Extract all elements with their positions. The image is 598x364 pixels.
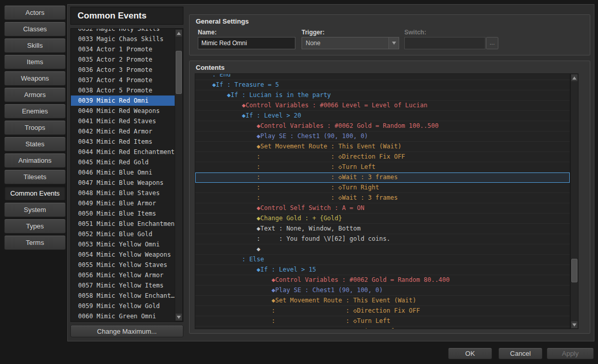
sidebar-tab-animations[interactable]: Animations xyxy=(4,153,66,168)
scroll-up-button[interactable] xyxy=(571,74,578,82)
main-panel: Common Events 0032 Magic Holy Skills0033… xyxy=(67,4,594,341)
event-list-item[interactable]: 0047 Mimic Blue Weapons xyxy=(71,178,175,188)
event-list-item[interactable]: 0036 Actor 3 Promote xyxy=(71,65,175,75)
cancel-button[interactable]: Cancel xyxy=(498,348,543,359)
event-list-item[interactable]: 0060 Mimic Green Omni xyxy=(71,311,175,321)
event-list-item[interactable]: 0058 Mimic Yellow Enchant… xyxy=(71,291,175,301)
event-command-line[interactable]: ◆Play SE : Chest1 (90, 100, 0) xyxy=(195,285,570,296)
contents-title: Contents xyxy=(196,64,225,71)
event-command-line[interactable]: : : ◇Wait : 3 frames xyxy=(195,173,570,183)
event-list-item[interactable]: 0051 Mimic Blue Enchantment xyxy=(71,219,175,229)
name-input[interactable] xyxy=(198,37,295,49)
sidebar-tab-skills[interactable]: Skills xyxy=(4,38,66,53)
event-command-line[interactable]: ◆Set Movement Route : This Event (Wait) xyxy=(195,296,570,306)
ok-button[interactable]: OK xyxy=(448,348,492,359)
event-command-line[interactable]: : : ◇Direction Fix OFF xyxy=(195,306,570,316)
event-command-line[interactable]: : : ◇Wait : 3 frames xyxy=(195,327,570,329)
general-settings-title: General Settings xyxy=(196,17,249,25)
event-command-line[interactable]: ◆ xyxy=(195,244,570,255)
database-dialog: ActorsClassesSkillsItemsWeaponsArmorsEne… xyxy=(0,0,598,364)
event-list-item[interactable]: 0048 Mimic Blue Staves xyxy=(71,188,175,198)
event-list-item[interactable]: 0057 Mimic Yellow Items xyxy=(71,280,175,291)
sidebar-tab-classes[interactable]: Classes xyxy=(4,22,66,36)
event-command-line[interactable]: ◆If : Treasure = 5 xyxy=(195,80,570,90)
event-command-line[interactable]: : : ◇Turn Left xyxy=(195,162,570,173)
sidebar-tab-items[interactable]: Items xyxy=(4,54,66,69)
scroll-up-button[interactable] xyxy=(175,29,182,37)
event-list-item[interactable]: 0050 Mimic Blue Items xyxy=(71,208,175,219)
event-list-item[interactable]: 0055 Mimic Yellow Staves xyxy=(71,260,175,270)
event-list-item[interactable]: 0052 Mimic Blue Gold xyxy=(71,229,175,239)
scrollbar-thumb[interactable] xyxy=(571,259,577,282)
event-command-line[interactable]: ◆Text : None, Window, Bottom xyxy=(195,224,570,234)
event-command-line[interactable]: : : ◇Turn Left xyxy=(195,316,570,327)
event-list-item[interactable]: 0046 Mimic Blue Omni xyxy=(71,167,175,178)
switch-input xyxy=(404,37,485,49)
event-list-item[interactable]: 0059 Mimic Yellow Gold xyxy=(71,301,175,311)
event-list-item[interactable]: 0043 Mimic Red Items xyxy=(71,137,175,147)
sidebar-tab-terms[interactable]: Terms xyxy=(4,235,66,250)
sidebar-tab-common-events[interactable]: Common Events xyxy=(4,186,66,201)
event-list-item[interactable]: 0033 Magic Chaos Skills xyxy=(71,34,175,44)
scrollbar-thumb[interactable] xyxy=(176,51,182,94)
trigger-dropdown[interactable]: None xyxy=(302,37,399,49)
event-list-item[interactable]: 0041 Mimic Red Staves xyxy=(71,116,175,126)
sidebar-tab-enemies[interactable]: Enemies xyxy=(4,104,66,119)
event-command-line[interactable]: ◆Set Movement Route : This Event (Wait) xyxy=(195,142,570,152)
sidebar-tab-actors[interactable]: Actors xyxy=(4,5,66,20)
event-command-line[interactable]: : Else xyxy=(195,255,570,265)
event-list-item[interactable]: 0049 Mimic Blue Armor xyxy=(71,198,175,208)
sidebar-tab-states[interactable]: States xyxy=(4,137,66,151)
contents-group: Contents : End ◆If : Treasure = 5 ◆If : … xyxy=(189,61,590,334)
dialog-footer: OK Cancel Apply xyxy=(0,341,598,364)
trigger-value: None xyxy=(306,40,321,47)
event-list-item[interactable]: 0039 Mimic Red Omni xyxy=(71,95,175,106)
sidebar-tab-types[interactable]: Types xyxy=(4,219,66,234)
event-list-item[interactable]: 0037 Actor 4 Promote xyxy=(71,75,175,85)
event-list-item[interactable]: 0054 Mimic Yellow Weapons xyxy=(71,250,175,260)
event-command-line[interactable]: ◆Control Variables : #0066 Level = Level… xyxy=(195,101,570,111)
contents-scrollbar[interactable] xyxy=(570,73,578,329)
switch-browse-button: ... xyxy=(486,37,498,49)
event-command-line[interactable]: ◆Play SE : Chest1 (90, 100, 0) xyxy=(195,131,570,142)
event-command-line[interactable]: ◆If : Level > 15 xyxy=(195,265,570,275)
event-command-rows: : End ◆If : Treasure = 5 ◆If : Lucian is… xyxy=(195,73,570,329)
event-command-line[interactable]: ◆Control Variables : #0062 Gold = Random… xyxy=(195,121,570,131)
event-command-line[interactable]: ◆Control Self Switch : A = ON xyxy=(195,203,570,214)
sidebar-tab-system[interactable]: System xyxy=(4,202,66,217)
event-list-item[interactable]: 0044 Mimic Red Enchantment xyxy=(71,147,175,157)
event-command-line[interactable]: : End xyxy=(195,73,570,80)
event-command-line[interactable]: : : ◇Direction Fix OFF xyxy=(195,152,570,162)
event-list-item[interactable]: 0032 Magic Holy Skills xyxy=(71,28,175,34)
event-list-scrollbar[interactable] xyxy=(175,29,183,321)
sidebar-tab-troops[interactable]: Troops xyxy=(4,120,66,135)
event-command-line[interactable]: : : You found \V[62] gold coins. xyxy=(195,234,570,244)
event-command-list: : End ◆If : Treasure = 5 ◆If : Lucian is… xyxy=(195,73,570,329)
event-list-item[interactable]: 0056 Mimic Yellow Armor xyxy=(71,270,175,280)
event-list-item[interactable]: 0034 Actor 1 Promote xyxy=(71,44,175,54)
event-list-item[interactable]: 0038 Actor 5 Promote xyxy=(71,85,175,95)
event-list-item[interactable]: 0042 Mimic Red Armor xyxy=(71,126,175,137)
event-list-item[interactable]: 0040 Mimic Red Weapons xyxy=(71,106,175,116)
change-maximum-button[interactable]: Change Maximum... xyxy=(70,325,183,337)
event-command-line[interactable]: ◆If : Level > 20 xyxy=(195,111,570,121)
event-list-item[interactable]: 0035 Actor 2 Promote xyxy=(71,54,175,65)
event-list-item[interactable]: 0045 Mimic Red Gold xyxy=(71,157,175,167)
triangle-down-icon xyxy=(177,316,181,319)
event-list-item[interactable]: 0053 Mimic Yellow Omni xyxy=(71,239,175,250)
dropdown-arrow-zone[interactable] xyxy=(388,37,399,49)
event-command-line[interactable]: ◆Change Gold : + {Gold} xyxy=(195,214,570,224)
event-command-line[interactable]: ◆If : Lucian is in the party xyxy=(195,90,570,101)
event-command-line[interactable]: : : ◇Turn Right xyxy=(195,183,570,193)
apply-button[interactable]: Apply xyxy=(547,348,594,359)
event-command-line[interactable]: ◆Control Variables : #0062 Gold = Random… xyxy=(195,275,570,285)
sidebar-tab-weapons[interactable]: Weapons xyxy=(4,71,66,86)
sidebar-tab-armors[interactable]: Armors xyxy=(4,87,66,102)
event-command-line[interactable]: : : ◇Wait : 3 frames xyxy=(195,193,570,203)
scroll-down-button[interactable] xyxy=(175,313,182,321)
scroll-down-button[interactable] xyxy=(571,321,578,329)
general-settings-group: General Settings Name: Trigger: None Swi… xyxy=(189,14,590,55)
event-rows: 0032 Magic Holy Skills0033 Magic Chaos S… xyxy=(71,28,175,321)
switch-label: Switch: xyxy=(404,29,426,36)
sidebar-tab-tilesets[interactable]: Tilesets xyxy=(4,169,66,184)
